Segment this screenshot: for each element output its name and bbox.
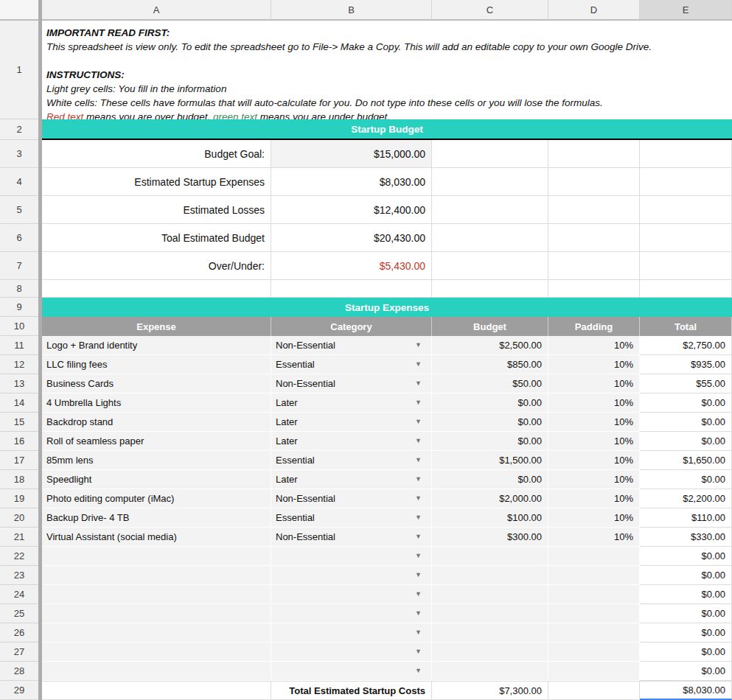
padding-cell[interactable] <box>548 623 640 643</box>
expense-name-cell[interactable]: Photo editing computer (iMac) <box>42 489 271 508</box>
total-budget-value-cell[interactable]: $7,300.00 <box>432 681 548 700</box>
category-cell[interactable]: Later▼ <box>271 393 432 413</box>
budget-cell[interactable] <box>432 643 548 662</box>
empty-cell[interactable] <box>548 224 640 252</box>
category-cell[interactable]: Non-Essential▼ <box>271 336 432 355</box>
column-header-d[interactable]: D <box>548 0 640 19</box>
padding-cell[interactable]: 10% <box>548 508 640 528</box>
empty-cell[interactable] <box>432 140 548 168</box>
expense-name-cell[interactable] <box>42 662 271 681</box>
category-cell[interactable]: Essential▼ <box>271 508 432 528</box>
total-cell[interactable]: $2,200.00 <box>640 489 732 508</box>
total-cell[interactable]: $0.00 <box>640 604 732 623</box>
budget-cell[interactable]: $1,500.00 <box>432 451 548 470</box>
padding-cell[interactable]: 10% <box>548 413 640 432</box>
category-cell[interactable]: Later▼ <box>271 432 432 451</box>
row-header[interactable]: 10 <box>0 317 38 336</box>
padding-cell[interactable]: 10% <box>548 336 640 355</box>
total-estimated-budget-label-cell[interactable]: Toal Estimated Budget <box>42 224 271 252</box>
budget-cell[interactable]: $0.00 <box>432 432 548 451</box>
total-cell[interactable]: $0.00 <box>640 662 732 681</box>
category-cell[interactable]: ▼ <box>271 623 432 643</box>
expense-name-cell[interactable]: Speedlight <box>42 470 271 489</box>
row-header[interactable]: 18 <box>0 470 38 489</box>
empty-cell[interactable] <box>432 196 548 224</box>
padding-cell[interactable] <box>548 547 640 566</box>
padding-cell[interactable]: 10% <box>548 470 640 489</box>
column-header-b[interactable]: B <box>271 0 432 19</box>
row-header[interactable]: 16 <box>0 432 38 451</box>
empty-cell[interactable] <box>432 252 548 280</box>
budget-cell[interactable]: $300.00 <box>432 528 548 547</box>
row-header[interactable]: 11 <box>0 336 38 355</box>
category-cell[interactable]: ▼ <box>271 585 432 604</box>
empty-cell[interactable] <box>432 168 548 196</box>
startup-budget-banner[interactable]: Startup Budget <box>42 119 732 140</box>
estimated-expenses-label-cell[interactable]: Estimated Startup Expenses <box>42 168 271 196</box>
padding-cell[interactable]: 10% <box>548 528 640 547</box>
expense-name-cell[interactable] <box>42 643 271 662</box>
budget-cell[interactable]: $0.00 <box>432 413 548 432</box>
row-header[interactable]: 1 <box>0 21 38 119</box>
category-cell[interactable]: ▼ <box>271 604 432 623</box>
startup-expenses-banner[interactable]: Startup Expenses <box>42 298 732 317</box>
dropdown-arrow-icon[interactable]: ▼ <box>415 457 431 463</box>
empty-cell[interactable] <box>640 140 732 168</box>
empty-cell[interactable] <box>42 681 271 700</box>
row-header[interactable]: 15 <box>0 413 38 432</box>
budget-cell[interactable]: $2,500.00 <box>432 336 548 355</box>
row-header[interactable]: 9 <box>0 298 38 317</box>
category-cell[interactable]: ▼ <box>271 662 432 681</box>
total-cell[interactable]: $0.00 <box>640 413 732 432</box>
row-header[interactable]: 6 <box>0 224 38 252</box>
total-cell[interactable]: $55.00 <box>640 374 732 393</box>
padding-cell[interactable]: 10% <box>548 393 640 413</box>
instructions-cell[interactable]: IMPORTANT READ FIRST: This spreadsheet i… <box>42 21 732 119</box>
dropdown-arrow-icon[interactable]: ▼ <box>415 514 431 521</box>
padding-cell[interactable]: 10% <box>548 374 640 393</box>
budget-cell[interactable] <box>432 585 548 604</box>
budget-cell[interactable]: $2,000.00 <box>432 489 548 508</box>
dropdown-arrow-icon[interactable]: ▼ <box>415 476 431 483</box>
dropdown-arrow-icon[interactable]: ▼ <box>415 438 431 444</box>
budget-goal-label-cell[interactable]: Budget Goal: <box>42 140 271 168</box>
total-cell[interactable]: $0.00 <box>640 623 732 643</box>
budget-cell[interactable] <box>432 566 548 585</box>
grand-total-value-cell[interactable]: $8,030.00 <box>640 681 732 700</box>
total-cell[interactable]: $0.00 <box>640 643 732 662</box>
padding-cell[interactable]: 10% <box>548 432 640 451</box>
row-header[interactable]: 13 <box>0 374 38 393</box>
total-cell[interactable]: $0.00 <box>640 432 732 451</box>
budget-cell[interactable]: $100.00 <box>432 508 548 528</box>
row-header[interactable]: 14 <box>0 393 38 413</box>
category-cell[interactable]: Essential▼ <box>271 451 432 470</box>
empty-cell[interactable] <box>548 168 640 196</box>
category-cell[interactable]: Non-Essential▼ <box>271 489 432 508</box>
total-costs-label-cell[interactable]: Total Estimated Startup Costs <box>271 681 432 700</box>
total-cell[interactable]: $0.00 <box>640 585 732 604</box>
dropdown-arrow-icon[interactable]: ▼ <box>415 342 431 349</box>
row-header[interactable]: 4 <box>0 168 38 196</box>
dropdown-arrow-icon[interactable]: ▼ <box>415 380 431 387</box>
empty-cell[interactable] <box>640 252 732 280</box>
total-cell[interactable]: $0.00 <box>640 547 732 566</box>
budget-cell[interactable]: $0.00 <box>432 470 548 489</box>
category-cell[interactable]: Later▼ <box>271 413 432 432</box>
expense-name-cell[interactable]: Logo + Brand identity <box>42 336 271 355</box>
row-header[interactable]: 21 <box>0 528 38 547</box>
padding-column-header[interactable]: Padding <box>548 317 640 336</box>
row-header[interactable]: 23 <box>0 566 38 585</box>
total-cell[interactable]: $0.00 <box>640 393 732 413</box>
row-header[interactable]: 7 <box>0 252 38 280</box>
row-header[interactable]: 3 <box>0 140 38 168</box>
category-cell[interactable]: ▼ <box>271 566 432 585</box>
row-header[interactable]: 26 <box>0 623 38 643</box>
expense-name-cell[interactable] <box>42 566 271 585</box>
column-header-e[interactable]: E <box>640 0 732 19</box>
padding-cell[interactable]: 10% <box>548 451 640 470</box>
budget-cell[interactable] <box>432 623 548 643</box>
padding-cell[interactable] <box>548 604 640 623</box>
category-cell[interactable]: Non-Essential▼ <box>271 528 432 547</box>
padding-cell[interactable]: 10% <box>548 355 640 374</box>
empty-cell[interactable] <box>42 280 271 298</box>
